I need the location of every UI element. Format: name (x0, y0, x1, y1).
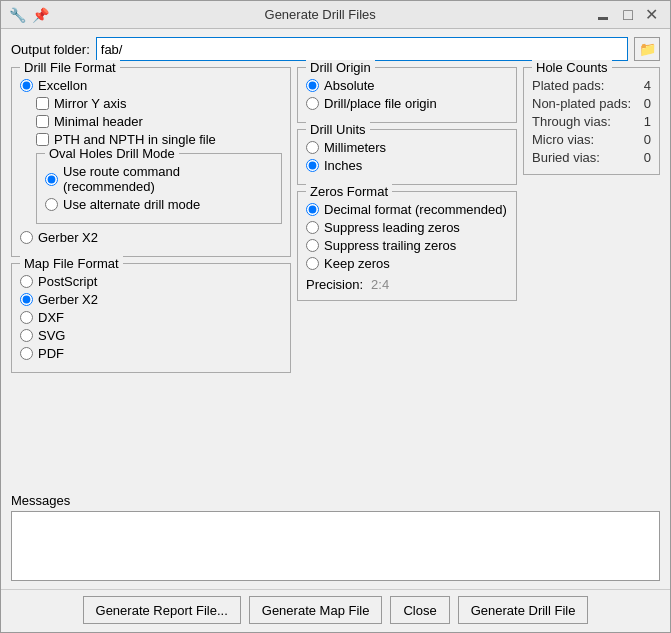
drill-units-group: Drill Units Millimeters Inches (297, 129, 517, 185)
minimal-header-label: Minimal header (54, 114, 143, 129)
keep-zeros-radio[interactable] (306, 257, 319, 270)
pth-npth-row: PTH and NPTH in single file (36, 132, 282, 147)
pth-npth-checkbox[interactable] (36, 133, 49, 146)
use-route-row: Use route command (recommended) (45, 164, 273, 194)
gerber-x2-drill-row: Gerber X2 (20, 230, 282, 245)
plated-pads-row: Plated pads: 4 (532, 78, 651, 93)
drill-place-row: Drill/place file origin (306, 96, 508, 111)
titlebar: 🔧 📌 Generate Drill Files 🗕 □ ✕ (1, 1, 670, 29)
titlebar-left: 🔧 📌 (9, 7, 49, 23)
drill-origin-content: Absolute Drill/place file origin (306, 78, 508, 111)
folder-icon: 📁 (639, 41, 656, 57)
hole-counts-content: Plated pads: 4 Non-plated pads: 0 Throug… (532, 78, 651, 165)
use-alternate-row: Use alternate drill mode (45, 197, 273, 212)
drill-origin-group: Drill Origin Absolute Drill/place file o… (297, 67, 517, 123)
generate-map-button[interactable]: Generate Map File (249, 596, 383, 624)
gerber-x2-map-row: Gerber X2 (20, 292, 282, 307)
gerber-x2-drill-radio[interactable] (20, 231, 33, 244)
dxf-radio[interactable] (20, 311, 33, 324)
messages-section: Messages (11, 493, 660, 581)
millimeters-label: Millimeters (324, 140, 386, 155)
inches-radio[interactable] (306, 159, 319, 172)
app-icon: 🔧 (9, 7, 26, 23)
oval-holes-group: Oval Holes Drill Mode Use route command … (36, 153, 282, 224)
precision-label: Precision: (306, 277, 363, 292)
use-route-radio[interactable] (45, 173, 58, 186)
drill-origin-title: Drill Origin (306, 60, 375, 75)
dxf-label: DXF (38, 310, 64, 325)
mirror-y-label: Mirror Y axis (54, 96, 126, 111)
buried-vias-row: Buried vias: 0 (532, 150, 651, 165)
window-title: Generate Drill Files (49, 7, 591, 22)
absolute-radio[interactable] (306, 79, 319, 92)
precision-value: 2:4 (371, 277, 389, 292)
minimize-button[interactable]: 🗕 (591, 7, 615, 23)
millimeters-row: Millimeters (306, 140, 508, 155)
drill-place-radio[interactable] (306, 97, 319, 110)
main-window: 🔧 📌 Generate Drill Files 🗕 □ ✕ Output fo… (0, 0, 671, 633)
suppress-trailing-radio[interactable] (306, 239, 319, 252)
inches-row: Inches (306, 158, 508, 173)
left-panel: Drill File Format Excellon Mirror Y axis (11, 67, 291, 487)
minimal-header-row: Minimal header (36, 114, 282, 129)
zeros-format-content: Decimal format (recommended) Suppress le… (306, 202, 508, 292)
close-window-button[interactable]: Close (390, 596, 449, 624)
micro-vias-label: Micro vias: (532, 132, 594, 147)
use-alternate-label: Use alternate drill mode (63, 197, 200, 212)
pdf-radio[interactable] (20, 347, 33, 360)
button-bar: Generate Report File... Generate Map Fil… (1, 589, 670, 632)
messages-textarea[interactable] (11, 511, 660, 581)
map-file-format-content: PostScript Gerber X2 DXF SVG (20, 274, 282, 361)
millimeters-radio[interactable] (306, 141, 319, 154)
output-folder-row: Output folder: 📁 (11, 37, 660, 61)
output-folder-label: Output folder: (11, 42, 90, 57)
messages-label: Messages (11, 493, 660, 508)
mirror-y-checkbox[interactable] (36, 97, 49, 110)
suppress-leading-radio[interactable] (306, 221, 319, 234)
map-file-format-title: Map File Format (20, 256, 123, 271)
oval-holes-content: Use route command (recommended) Use alte… (45, 164, 273, 212)
output-folder-input[interactable] (96, 37, 628, 61)
micro-vias-row: Micro vias: 0 (532, 132, 651, 147)
browse-folder-button[interactable]: 📁 (634, 37, 660, 61)
absolute-label: Absolute (324, 78, 375, 93)
svg-row: SVG (20, 328, 282, 343)
svg-label: SVG (38, 328, 65, 343)
pth-npth-label: PTH and NPTH in single file (54, 132, 216, 147)
hole-counts-group: Hole Counts Plated pads: 4 Non-plated pa… (523, 67, 660, 175)
decimal-radio[interactable] (306, 203, 319, 216)
postscript-radio[interactable] (20, 275, 33, 288)
buried-vias-value: 0 (631, 150, 651, 165)
oval-holes-title: Oval Holes Drill Mode (45, 146, 179, 161)
drill-file-format-group: Drill File Format Excellon Mirror Y axis (11, 67, 291, 257)
postscript-label: PostScript (38, 274, 97, 289)
excellon-options: Mirror Y axis Minimal header PTH and NPT… (36, 96, 282, 224)
suppress-trailing-label: Suppress trailing zeros (324, 238, 456, 253)
mirror-y-row: Mirror Y axis (36, 96, 282, 111)
drill-place-label: Drill/place file origin (324, 96, 437, 111)
minimal-header-checkbox[interactable] (36, 115, 49, 128)
drill-units-title: Drill Units (306, 122, 370, 137)
svg-radio[interactable] (20, 329, 33, 342)
generate-report-button[interactable]: Generate Report File... (83, 596, 241, 624)
keep-zeros-row: Keep zeros (306, 256, 508, 271)
postscript-row: PostScript (20, 274, 282, 289)
drill-file-format-title: Drill File Format (20, 60, 120, 75)
drill-file-format-content: Excellon Mirror Y axis Minimal header (20, 78, 282, 245)
decimal-row: Decimal format (recommended) (306, 202, 508, 217)
plated-pads-value: 4 (631, 78, 651, 93)
gerber-x2-drill-label: Gerber X2 (38, 230, 98, 245)
map-file-format-group: Map File Format PostScript Gerber X2 (11, 263, 291, 373)
drill-units-content: Millimeters Inches (306, 140, 508, 173)
keep-zeros-label: Keep zeros (324, 256, 390, 271)
pdf-label: PDF (38, 346, 64, 361)
dxf-row: DXF (20, 310, 282, 325)
inches-label: Inches (324, 158, 362, 173)
excellon-radio[interactable] (20, 79, 33, 92)
use-alternate-radio[interactable] (45, 198, 58, 211)
maximize-button[interactable]: □ (619, 7, 637, 23)
gerber-x2-map-radio[interactable] (20, 293, 33, 306)
through-vias-row: Through vias: 1 (532, 114, 651, 129)
close-button[interactable]: ✕ (641, 7, 662, 23)
generate-drill-button[interactable]: Generate Drill File (458, 596, 589, 624)
